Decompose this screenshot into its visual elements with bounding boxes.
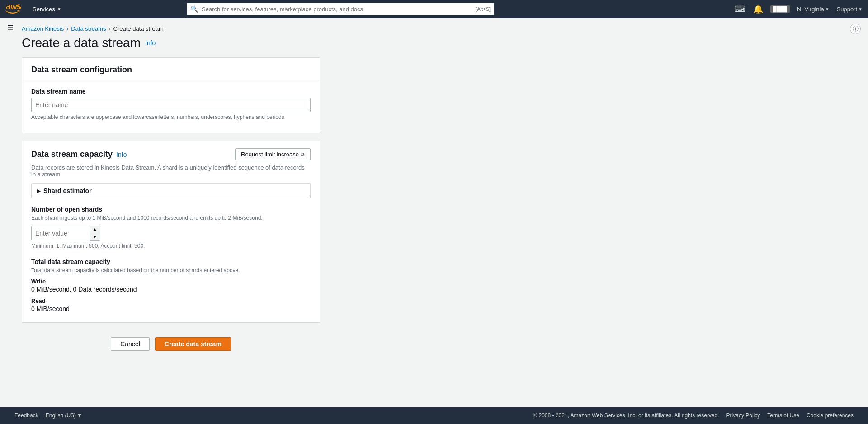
data-stream-name-label: Data stream name: [31, 88, 311, 95]
notification-bell-icon[interactable]: 🔔: [753, 4, 763, 14]
shard-limit-hint: Minimum: 1, Maximum: 500, Account limit:…: [31, 243, 311, 249]
content-area: ☰ Amazon Kinesis › Data streams › Create…: [0, 18, 868, 407]
open-shards-title: Number of open shards: [31, 206, 311, 213]
capacity-description: Data records are stored in Kinesis Data …: [22, 164, 320, 183]
capacity-card: Data stream capacity Info Request limit …: [22, 141, 320, 323]
privacy-policy-link[interactable]: Privacy Policy: [726, 412, 760, 419]
create-data-stream-button[interactable]: Create data stream: [155, 337, 231, 351]
search-shortcut: [Alt+S]: [476, 6, 491, 12]
total-capacity-subtitle: Total data stream capacity is calculated…: [31, 267, 311, 273]
chevron-down-icon: ▼: [825, 7, 830, 12]
support-label: Support: [837, 6, 858, 13]
capacity-title: Data stream capacity: [31, 150, 113, 159]
config-card-header: Data stream configuration: [22, 58, 320, 80]
page-info-link[interactable]: Info: [145, 39, 156, 47]
main-wrapper: ☰ Amazon Kinesis › Data streams › Create…: [0, 0, 868, 424]
services-menu-button[interactable]: Services ▼: [29, 4, 65, 14]
footer: Feedback English (US) ▼ © 2008 - 2021, A…: [0, 407, 868, 424]
breadcrumb: Amazon Kinesis › Data streams › Create d…: [22, 25, 854, 32]
request-limit-button[interactable]: Request limit increase ⧉: [235, 148, 311, 160]
search-icon: 🔍: [190, 5, 198, 13]
config-card-body: Data stream name Acceptable characters a…: [22, 80, 320, 133]
info-panel-icon[interactable]: ⓘ: [850, 24, 861, 34]
write-label: Write: [31, 278, 311, 285]
total-capacity-title: Total data stream capacity: [31, 258, 311, 265]
read-value: 0 MiB/second: [31, 305, 311, 312]
config-card: Data stream configuration Data stream na…: [22, 57, 320, 133]
language-label: English (US): [46, 412, 76, 419]
top-nav: Services ▼ 🔍 [Alt+S] ⌨ 🔔 ████ N. Virgini…: [0, 0, 868, 18]
nav-right: ⌨ 🔔 ████ N. Virginia ▼ Support ▼: [734, 4, 863, 14]
data-stream-name-input[interactable]: [31, 98, 311, 112]
copyright-text: © 2008 - 2021, Amazon Web Services, Inc.…: [533, 412, 719, 419]
search-bar: 🔍 [Alt+S]: [187, 3, 494, 15]
search-input[interactable]: [187, 3, 494, 15]
support-menu[interactable]: Support ▼: [837, 6, 863, 13]
open-shards-section: Number of open shards Each shard ingests…: [22, 206, 320, 253]
capacity-title-group: Data stream capacity Info: [31, 150, 127, 159]
language-selector[interactable]: English (US) ▼: [46, 412, 82, 419]
cookie-preferences-link[interactable]: Cookie preferences: [807, 412, 854, 419]
account-name: ████: [770, 5, 790, 13]
aws-logo[interactable]: [5, 4, 22, 14]
terms-of-use-link[interactable]: Terms of Use: [767, 412, 799, 419]
feedback-link[interactable]: Feedback: [14, 412, 38, 419]
form-actions: Cancel Create data stream: [22, 330, 320, 351]
breadcrumb-separator: ›: [109, 26, 111, 32]
data-stream-name-group: Data stream name Acceptable characters a…: [31, 88, 311, 120]
data-stream-name-hint: Acceptable characters are uppercase and …: [31, 114, 311, 120]
write-value: 0 MiB/second, 0 Data records/second: [31, 286, 311, 293]
region-menu[interactable]: N. Virginia ▼: [797, 6, 830, 13]
breadcrumb-separator: ›: [66, 26, 68, 32]
breadcrumb-current: Create data stream: [113, 25, 164, 32]
capacity-info-link[interactable]: Info: [116, 151, 127, 158]
page-title-text: Create a data stream: [22, 36, 141, 50]
account-menu[interactable]: ████: [770, 5, 790, 13]
capacity-card-header: Data stream capacity Info Request limit …: [22, 141, 320, 164]
decrement-button[interactable]: ▼: [90, 233, 100, 240]
page-title: Create a data stream Info: [22, 36, 854, 50]
triangle-right-icon: ▶: [37, 188, 41, 193]
footer-right: © 2008 - 2021, Amazon Web Services, Inc.…: [533, 412, 854, 419]
breadcrumb-parent[interactable]: Data streams: [71, 25, 106, 32]
shard-estimator-label: Shard estimator: [43, 187, 92, 194]
services-label: Services: [33, 6, 55, 13]
request-limit-label: Request limit increase: [241, 151, 299, 158]
region-label: N. Virginia: [797, 6, 824, 13]
shard-estimator-header[interactable]: ▶ Shard estimator: [32, 184, 310, 198]
shard-count-input-group: ▲ ▼: [31, 226, 311, 241]
chevron-down-icon: ▼: [858, 7, 863, 12]
breadcrumb-root[interactable]: Amazon Kinesis: [22, 25, 64, 32]
shard-count-spinner: ▲ ▼: [90, 226, 100, 241]
cancel-button[interactable]: Cancel: [111, 337, 150, 351]
terminal-icon[interactable]: ⌨: [734, 4, 746, 14]
external-link-icon: ⧉: [301, 151, 305, 158]
sidebar-toggle[interactable]: ☰: [7, 24, 14, 32]
config-card-title: Data stream configuration: [31, 65, 311, 75]
chevron-down-icon: ▼: [77, 412, 82, 419]
chevron-down-icon: ▼: [57, 7, 61, 12]
read-label: Read: [31, 297, 311, 304]
total-capacity-section: Total data stream capacity Total data st…: [22, 253, 320, 322]
shard-estimator: ▶ Shard estimator: [31, 183, 311, 198]
open-shards-subtitle: Each shard ingests up to 1 MiB/second an…: [31, 215, 311, 221]
shard-count-input[interactable]: [31, 226, 90, 240]
increment-button[interactable]: ▲: [90, 226, 100, 233]
footer-left: Feedback English (US) ▼: [14, 412, 82, 419]
